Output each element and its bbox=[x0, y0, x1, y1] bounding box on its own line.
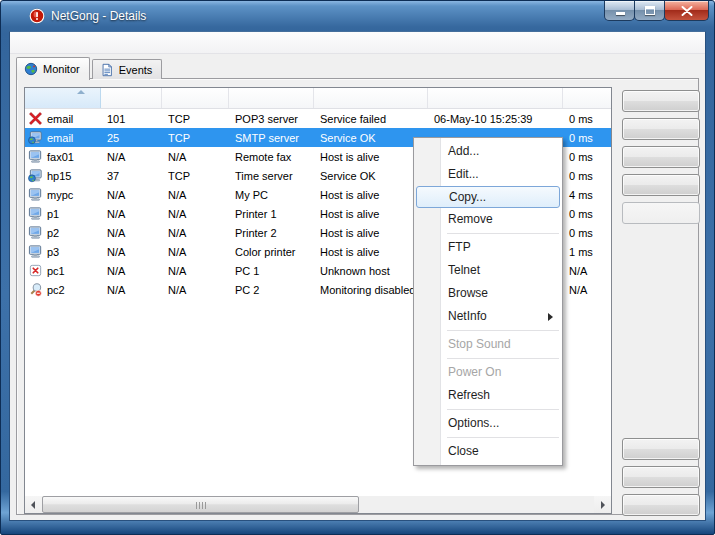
host-name: pc2 bbox=[47, 284, 65, 296]
unknown-host-icon bbox=[28, 263, 43, 278]
host-name: hp15 bbox=[47, 170, 71, 182]
description-cell: Printer 2 bbox=[229, 227, 314, 239]
context-menu-item[interactable]: Add... bbox=[414, 140, 562, 163]
description-cell: PC 1 bbox=[229, 265, 314, 277]
context-menu-item[interactable]: Copy... bbox=[416, 186, 560, 208]
protocol-cell: TCP bbox=[162, 132, 229, 144]
scrollbar-thumb[interactable] bbox=[42, 496, 359, 513]
protocol-cell: N/A bbox=[162, 284, 229, 296]
bottom-button-stack bbox=[622, 438, 700, 516]
context-menu-item[interactable]: Options... bbox=[414, 412, 562, 435]
scroll-right-arrow-icon[interactable] bbox=[594, 496, 611, 513]
menubar-item[interactable] bbox=[48, 40, 64, 46]
host-cell: p1 bbox=[25, 206, 101, 221]
titlebar[interactable]: NetGong - Details bbox=[1, 1, 714, 31]
menu-item-label: Refresh bbox=[448, 388, 490, 402]
rtt-cell: 1 ms bbox=[563, 246, 611, 258]
document-icon bbox=[100, 63, 114, 77]
maximize-button[interactable] bbox=[634, 1, 665, 21]
context-menu-item[interactable]: NetInfo bbox=[414, 305, 562, 328]
rtt-cell: 0 ms bbox=[563, 132, 611, 144]
context-menu-item[interactable]: Telnet bbox=[414, 259, 562, 282]
close-button[interactable] bbox=[664, 1, 709, 21]
status-cell: Host is alive bbox=[314, 227, 428, 239]
menu-item-label: Power On bbox=[448, 365, 501, 379]
protocol-cell: N/A bbox=[162, 151, 229, 163]
scrollbar-track[interactable] bbox=[42, 496, 594, 513]
status-cell: Host is alive bbox=[314, 246, 428, 258]
rtt-cell: 0 ms bbox=[563, 208, 611, 220]
client-area: Monitor Events bbox=[9, 31, 706, 521]
window-controls bbox=[605, 1, 709, 21]
context-menu-item[interactable]: Close bbox=[414, 440, 562, 463]
host-cell: fax01 bbox=[25, 149, 101, 164]
side-button[interactable] bbox=[622, 494, 700, 516]
menu-item-label: Copy... bbox=[449, 190, 486, 204]
host-name: email bbox=[47, 132, 73, 144]
table-row[interactable]: email 101 TCP POP3 server Service failed… bbox=[25, 109, 611, 128]
menu-separator bbox=[447, 233, 559, 234]
menubar-item[interactable] bbox=[16, 40, 32, 46]
rtt-cell: 0 ms bbox=[563, 170, 611, 182]
host-icon bbox=[28, 244, 43, 259]
column-header[interactable] bbox=[25, 88, 101, 108]
window-title: NetGong - Details bbox=[51, 9, 146, 23]
rtt-cell: 4 ms bbox=[563, 189, 611, 201]
context-menu: Add... Edit... Copy... Remove FTP Telnet… bbox=[413, 137, 563, 466]
tab-bar: Monitor Events bbox=[16, 56, 164, 79]
menu-item-label: Stop Sound bbox=[448, 337, 511, 351]
column-header[interactable] bbox=[314, 88, 428, 108]
side-button[interactable] bbox=[622, 174, 700, 196]
port-cell: N/A bbox=[101, 284, 162, 296]
description-cell: Color printer bbox=[229, 246, 314, 258]
column-header[interactable] bbox=[101, 88, 162, 108]
netgong-window: NetGong - Details Monitor Events bbox=[0, 0, 715, 535]
context-menu-item[interactable]: Edit... bbox=[414, 163, 562, 186]
netgong-app-icon bbox=[29, 8, 45, 24]
submenu-arrow-icon bbox=[548, 313, 553, 321]
menu-separator bbox=[447, 409, 559, 410]
side-button[interactable] bbox=[622, 90, 700, 112]
host-cell: pc2 bbox=[25, 282, 101, 297]
side-button[interactable] bbox=[622, 466, 700, 488]
column-header[interactable] bbox=[563, 88, 611, 108]
protocol-cell: N/A bbox=[162, 227, 229, 239]
host-cell: pc1 bbox=[25, 263, 101, 278]
context-menu-item[interactable]: Refresh bbox=[414, 384, 562, 407]
context-menu-item[interactable]: Power On bbox=[414, 361, 562, 384]
protocol-cell: TCP bbox=[162, 170, 229, 182]
status-cell: Host is alive bbox=[314, 208, 428, 220]
globe-icon bbox=[24, 62, 38, 76]
menu-separator bbox=[447, 437, 559, 438]
since-cell: 06-May-10 15:25:39 bbox=[428, 113, 563, 125]
monitor-tab-page: email 101 TCP POP3 server Service failed… bbox=[16, 78, 699, 515]
menu-item-label: Browse bbox=[448, 286, 488, 300]
port-cell: N/A bbox=[101, 151, 162, 163]
column-header[interactable] bbox=[162, 88, 229, 108]
tab-label: Events bbox=[119, 64, 153, 76]
side-button[interactable] bbox=[622, 438, 700, 460]
protocol-cell: N/A bbox=[162, 265, 229, 277]
column-header[interactable] bbox=[229, 88, 314, 108]
host-cell: email bbox=[25, 111, 101, 126]
tab[interactable]: Monitor bbox=[16, 57, 90, 80]
side-button[interactable] bbox=[622, 202, 700, 224]
side-button[interactable] bbox=[622, 146, 700, 168]
column-header[interactable] bbox=[428, 88, 563, 108]
context-menu-item[interactable]: FTP bbox=[414, 236, 562, 259]
monitored-host-icon bbox=[28, 168, 43, 183]
menubar-item[interactable] bbox=[32, 40, 48, 46]
host-icon bbox=[28, 187, 43, 202]
port-cell: 101 bbox=[101, 113, 162, 125]
tab[interactable]: Events bbox=[92, 59, 163, 79]
context-menu-item[interactable]: Stop Sound bbox=[414, 333, 562, 356]
context-menu-item[interactable]: Browse bbox=[414, 282, 562, 305]
menu-item-label: Close bbox=[448, 444, 479, 458]
minimize-button[interactable] bbox=[604, 1, 635, 21]
scroll-left-arrow-icon[interactable] bbox=[25, 496, 42, 513]
horizontal-scrollbar[interactable] bbox=[25, 496, 611, 513]
menubar bbox=[10, 32, 705, 54]
side-button[interactable] bbox=[622, 118, 700, 140]
context-menu-item[interactable]: Remove bbox=[414, 208, 562, 231]
status-cell: Host is alive bbox=[314, 189, 428, 201]
